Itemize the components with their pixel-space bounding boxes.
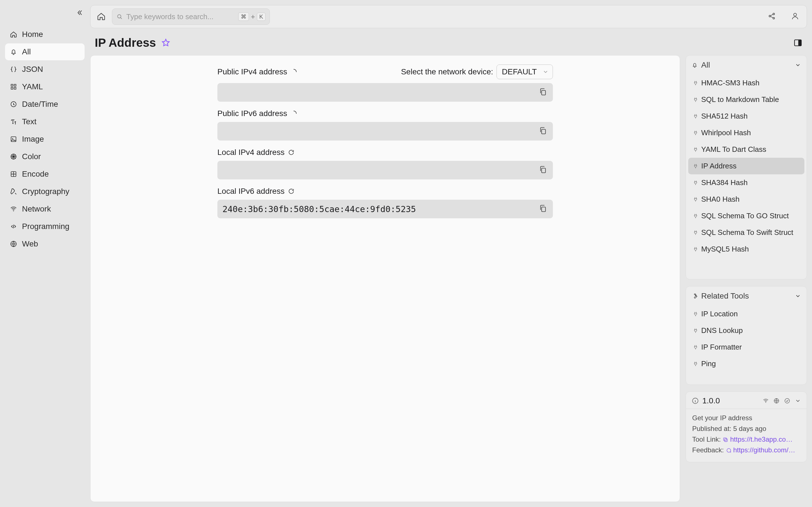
chevron-down-icon	[795, 293, 801, 299]
nav-item-datetime[interactable]: Date/Time	[5, 96, 85, 113]
nav-list: Home All JSON YAML Date/Time Text	[5, 26, 85, 252]
list-item-label: SQL to Markdown Table	[701, 95, 779, 104]
content-card: Public IPv4 address Select the network d…	[90, 55, 680, 502]
nav-label: Text	[22, 117, 36, 126]
tool-info-card: 1.0.0 Get your IP address Published at: …	[686, 392, 807, 462]
feedback-link[interactable]: https://github.com/…	[733, 446, 795, 454]
plug-icon	[693, 180, 698, 186]
check-circle-icon	[784, 398, 790, 404]
expand-info-button[interactable]	[795, 398, 801, 404]
toggle-right-panel-button[interactable]	[794, 38, 802, 47]
search-input[interactable]	[126, 12, 235, 21]
all-tools-item[interactable]: SQL Schema To Swift Struct	[688, 224, 804, 241]
globe-icon	[10, 240, 17, 248]
published-line: Published at: 5 days ago	[692, 425, 801, 433]
nav-label: Cryptography	[22, 187, 69, 196]
label-row-local-ipv6: Local IPv6 address	[217, 187, 553, 196]
copy-icon	[539, 165, 547, 174]
select-value: DEFAULT	[502, 67, 537, 76]
nav-item-web[interactable]: Web	[5, 235, 85, 252]
refresh-local-ipv4-button[interactable]	[288, 149, 295, 156]
nav-label: YAML	[22, 82, 43, 91]
all-tools-item[interactable]: SHA512 Hash	[688, 108, 804, 124]
nav-item-color[interactable]: Color	[5, 148, 85, 165]
all-tools-item[interactable]: SQL Schema To GO Struct	[688, 208, 804, 224]
bell-icon	[10, 48, 17, 56]
field-label: Public IPv6 address	[217, 109, 287, 118]
search-box[interactable]: ⌘ + K	[112, 8, 270, 25]
related-tools-header[interactable]: Related Tools	[686, 286, 807, 305]
topbar: ⌘ + K	[90, 5, 807, 28]
nav-label: Color	[22, 152, 41, 161]
collapse-sidebar-button[interactable]	[76, 9, 84, 16]
public-ipv4-value-box	[217, 83, 553, 102]
related-tools-item[interactable]: IP Location	[688, 305, 804, 322]
all-tools-item[interactable]: Whirlpool Hash	[688, 124, 804, 141]
all-tools-item[interactable]: SHA384 Hash	[688, 174, 804, 191]
related-tools-item[interactable]: Ping	[688, 355, 804, 372]
nav-label: JSON	[22, 65, 43, 74]
copy-local-ipv4-button[interactable]	[539, 165, 548, 175]
related-tools-item[interactable]: DNS Lookup	[688, 322, 804, 339]
chevron-down-icon	[795, 398, 801, 404]
copy-public-ipv6-button[interactable]	[539, 126, 548, 136]
copy-link-icon[interactable]	[723, 437, 728, 443]
home-button[interactable]	[97, 12, 106, 21]
left-sidebar: Home All JSON YAML Date/Time Text	[0, 0, 90, 507]
text-icon	[10, 118, 17, 126]
all-tools-item[interactable]: MySQL5 Hash	[688, 241, 804, 258]
plug-icon	[693, 246, 698, 252]
list-item-label: YAML To Dart Class	[701, 145, 766, 154]
color-wheel-icon	[10, 153, 17, 161]
nav-item-image[interactable]: Image	[5, 131, 85, 148]
plug-icon	[693, 361, 698, 367]
nav-item-home[interactable]: Home	[5, 26, 85, 43]
all-tools-list[interactable]: HMAC-SM3 HashSQL to Markdown TableSHA512…	[686, 75, 807, 279]
refresh-local-ipv6-button[interactable]	[288, 188, 295, 194]
all-tools-item[interactable]: IP Address	[688, 158, 804, 174]
tool-version: 1.0.0	[702, 396, 720, 405]
favorite-button[interactable]	[161, 38, 170, 48]
list-item-label: IP Formatter	[701, 343, 742, 351]
nav-item-json[interactable]: JSON	[5, 61, 85, 78]
all-tools-item[interactable]: SHA0 Hash	[688, 191, 804, 208]
globe-icon	[773, 398, 779, 404]
related-tools-title: Related Tools	[701, 291, 749, 300]
nav-item-text[interactable]: Text	[5, 113, 85, 130]
tool-info-header: 1.0.0	[686, 392, 807, 409]
related-tools-card: Related Tools IP LocationDNS LookupIP Fo…	[686, 286, 807, 385]
chevrons-left-icon	[76, 9, 84, 16]
list-item-label: Whirlpool Hash	[701, 128, 751, 137]
nav-item-network[interactable]: Network	[5, 201, 85, 217]
home-icon	[97, 12, 106, 21]
all-tools-item[interactable]: YAML To Dart Class	[688, 141, 804, 158]
nav-item-yaml[interactable]: YAML	[5, 78, 85, 95]
copy-public-ipv4-button[interactable]	[539, 88, 548, 97]
nav-item-cryptography[interactable]: Cryptography	[5, 183, 85, 200]
right-rail: All HMAC-SM3 HashSQL to Markdown TableSH…	[686, 55, 807, 502]
related-tools-list[interactable]: IP LocationDNS LookupIP FormatterPing	[686, 305, 807, 385]
refresh-icon	[288, 149, 295, 156]
related-tools-item[interactable]: IP Formatter	[688, 339, 804, 355]
copy-icon	[539, 126, 547, 135]
all-tools-header[interactable]: All	[686, 55, 807, 75]
share-button[interactable]	[768, 12, 777, 21]
copy-local-ipv6-button[interactable]	[539, 204, 548, 214]
all-tools-card: All HMAC-SM3 HashSQL to Markdown TableSH…	[686, 55, 807, 279]
nav-label: All	[22, 47, 31, 56]
plug-icon	[693, 114, 698, 119]
nav-item-encode[interactable]: Encode	[5, 166, 85, 182]
nav-item-all[interactable]: All	[5, 43, 85, 60]
tool-link[interactable]: https://t.he3app.co…	[730, 436, 793, 443]
kbd-key: K	[257, 13, 266, 21]
account-button[interactable]	[791, 12, 801, 21]
nav-label: Date/Time	[22, 100, 58, 109]
plug-icon	[693, 213, 698, 219]
network-device-select[interactable]: DEFAULT	[497, 64, 553, 79]
all-tools-item[interactable]: SQL to Markdown Table	[688, 91, 804, 108]
local-ipv4-value-box	[217, 161, 553, 179]
all-tools-item[interactable]: HMAC-SM3 Hash	[688, 75, 804, 91]
search-icon	[116, 13, 123, 20]
nav-item-programming[interactable]: Programming	[5, 218, 85, 235]
list-item-label: IP Address	[701, 162, 737, 170]
